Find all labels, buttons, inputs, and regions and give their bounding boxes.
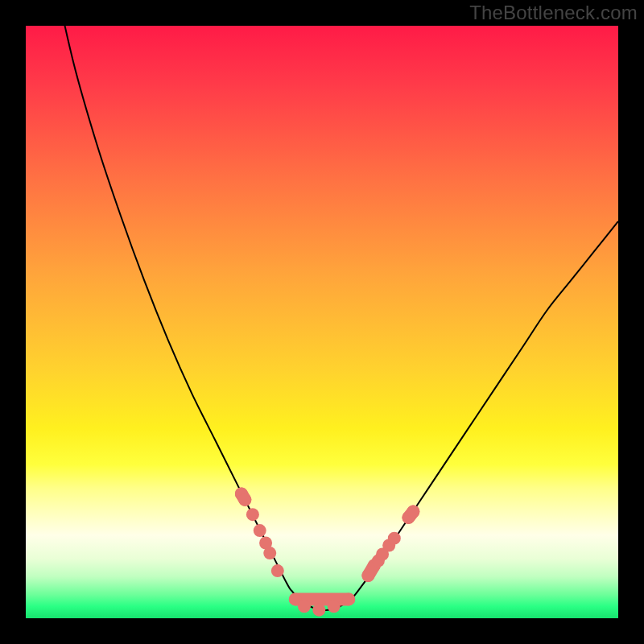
marker-dot	[342, 592, 355, 605]
marker-dot	[407, 506, 419, 518]
marker-dot	[263, 547, 276, 559]
marker-group	[235, 487, 419, 616]
marker-dot	[271, 564, 284, 577]
marker-dot	[298, 600, 311, 613]
chart-svg	[26, 26, 618, 618]
marker-dot	[328, 600, 341, 613]
marker-dot	[238, 493, 251, 506]
marker-dot	[388, 532, 401, 545]
chart-frame: TheBottleneck.com	[0, 0, 644, 644]
marker-dot	[246, 508, 259, 521]
watermark-text: TheBottleneck.com	[469, 2, 638, 24]
marker-dot	[254, 524, 266, 537]
marker-dot	[312, 604, 325, 617]
bottleneck-curve	[26, 26, 618, 610]
chart-plot-area	[26, 26, 618, 618]
